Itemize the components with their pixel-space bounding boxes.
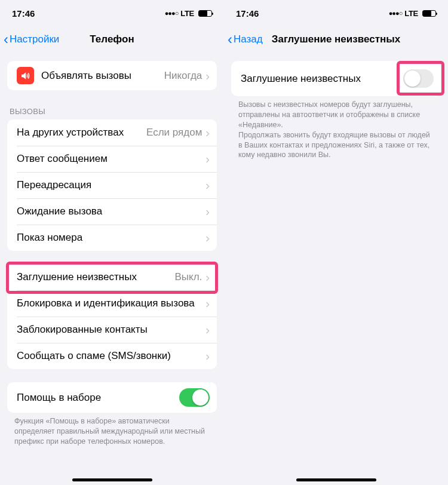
chevron-right-icon: › xyxy=(205,324,210,336)
status-right: ●●●○ LTE xyxy=(165,9,212,18)
chevron-right-icon: › xyxy=(205,350,210,362)
row-silence-toggle[interactable]: Заглушение неизвестных xyxy=(231,61,441,96)
row-call-waiting[interactable]: Ожидание вызова › xyxy=(7,198,217,225)
row-label: Переадресация xyxy=(17,179,205,191)
row-label: Заглушение неизвестных xyxy=(17,271,174,283)
back-label: Назад xyxy=(234,33,263,45)
chevron-right-icon: › xyxy=(205,205,210,217)
row-label: Заблокированные контакты xyxy=(17,324,205,336)
row-report-spam[interactable]: Сообщать о спаме (SMS/звонки) › xyxy=(7,343,217,369)
chevron-right-icon: › xyxy=(205,153,210,165)
row-label: Ответ сообщением xyxy=(17,153,205,165)
row-reply-message[interactable]: Ответ сообщением › xyxy=(7,146,217,172)
toggle-dial-assist[interactable] xyxy=(179,388,210,407)
dial-assist-note: Функция «Помощь в наборе» автоматически … xyxy=(0,413,224,447)
page-title: Заглушение неизвестных xyxy=(272,33,400,45)
row-forwarding[interactable]: Переадресация › xyxy=(7,172,217,198)
scroll-area[interactable]: Объявлять вызовы Никогда › ВЫЗОВЫ На дру… xyxy=(0,53,224,485)
network-label: LTE xyxy=(404,9,418,18)
row-value: Если рядом xyxy=(146,127,202,139)
status-bar: 17:46 ●●●○ LTE xyxy=(0,0,224,26)
page-title: Телефон xyxy=(90,33,134,45)
status-bar: 17:46 ●●●○ LTE xyxy=(224,0,448,26)
back-button[interactable]: ‹ Настройки xyxy=(4,26,59,53)
group-blocking: Заглушение неизвестных Выкл. › Блокировк… xyxy=(7,264,217,369)
back-label: Настройки xyxy=(10,33,59,45)
back-button[interactable]: ‹ Назад xyxy=(228,26,263,53)
chevron-left-icon: ‹ xyxy=(228,32,232,47)
group-announce: Объявлять вызовы Никогда › xyxy=(7,61,217,90)
row-label: Сообщать о спаме (SMS/звонки) xyxy=(17,350,205,362)
chevron-left-icon: ‹ xyxy=(4,32,8,47)
status-time: 17:46 xyxy=(236,8,259,19)
row-label: Ожидание вызова xyxy=(17,205,205,217)
group-calls: На других устройствах Если рядом › Ответ… xyxy=(7,119,217,251)
row-label: Показ номера xyxy=(17,232,205,244)
row-caller-id[interactable]: Показ номера › xyxy=(7,225,217,251)
nav-bar: ‹ Настройки Телефон xyxy=(0,26,224,53)
screen-phone-settings: 17:46 ●●●○ LTE ‹ Настройки Телефон О xyxy=(0,0,224,485)
network-label: LTE xyxy=(180,9,194,18)
row-label: На других устройствах xyxy=(17,127,146,139)
group-dial-assist: Помощь в наборе xyxy=(7,382,217,413)
chevron-right-icon: › xyxy=(205,70,210,82)
chevron-right-icon: › xyxy=(205,179,210,191)
chevron-right-icon: › xyxy=(205,271,210,283)
silence-note: Вызовы с неизвестных номеров будут заглу… xyxy=(224,96,448,160)
announce-icon xyxy=(17,67,34,84)
home-indicator[interactable] xyxy=(296,478,376,481)
row-dial-assist[interactable]: Помощь в наборе xyxy=(7,382,217,413)
row-value: Никогда xyxy=(164,70,202,82)
row-label: Заглушение неизвестных xyxy=(241,73,403,85)
row-blocked-contacts[interactable]: Заблокированные контакты › xyxy=(7,317,217,343)
row-label: Помощь в наборе xyxy=(17,392,179,404)
chevron-right-icon: › xyxy=(205,297,210,309)
group-silence: Заглушение неизвестных xyxy=(231,61,441,96)
row-silence-unknown[interactable]: Заглушение неизвестных Выкл. › xyxy=(7,264,217,290)
row-label: Блокировка и идентификация вызова xyxy=(17,297,205,309)
chevron-right-icon: › xyxy=(205,232,210,244)
row-announce-calls[interactable]: Объявлять вызовы Никогда › xyxy=(7,61,217,90)
battery-icon xyxy=(421,10,436,17)
row-value: Выкл. xyxy=(174,271,202,283)
row-other-devices[interactable]: На других устройствах Если рядом › xyxy=(7,119,217,146)
nav-bar: ‹ Назад Заглушение неизвестных xyxy=(224,26,448,53)
status-time: 17:46 xyxy=(12,8,35,19)
screen-silence-unknown: 17:46 ●●●○ LTE ‹ Назад Заглушение неизве… xyxy=(224,0,448,485)
battery-icon xyxy=(197,10,212,17)
scroll-area[interactable]: Заглушение неизвестных Вызовы с неизвест… xyxy=(224,53,448,485)
chevron-right-icon: › xyxy=(205,127,210,139)
row-label: Объявлять вызовы xyxy=(41,70,164,82)
toggle-silence-unknown[interactable] xyxy=(403,69,434,88)
signal-icon: ●●●○ xyxy=(165,10,179,17)
signal-icon: ●●●○ xyxy=(389,10,403,17)
row-block-identify[interactable]: Блокировка и идентификация вызова › xyxy=(7,290,217,317)
status-right: ●●●○ LTE xyxy=(389,9,436,18)
home-indicator[interactable] xyxy=(72,478,152,481)
section-header-calls: ВЫЗОВЫ xyxy=(0,103,224,119)
